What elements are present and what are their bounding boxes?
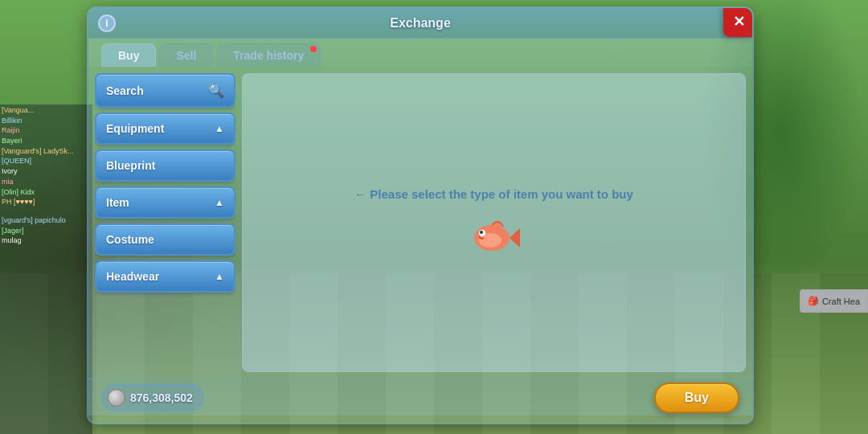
info-button[interactable]: i [98, 14, 116, 32]
tab-buy[interactable]: Buy [101, 43, 156, 67]
search-button[interactable]: Search 🔍 [95, 73, 235, 108]
currency-amount: 876,308,502 [130, 391, 193, 404]
chat-line: [Olin] Kidx [2, 188, 91, 198]
tab-sell[interactable]: Sell [159, 43, 213, 67]
category-item[interactable]: Item ▲ [95, 186, 235, 219]
chat-line: [Jager] [2, 227, 91, 236]
tab-trade-history[interactable]: Trade history [216, 43, 321, 67]
chevron-up-icon: ▲ [215, 197, 224, 208]
dialog-body: Search 🔍 Equipment ▲ Blueprint Item ▲ Co… [88, 67, 752, 379]
chat-area: [Vangua... Billikin Raijin Bayeri [Vangu… [0, 104, 92, 434]
fish-mascot [468, 214, 520, 258]
chat-line: [vguard's] papichulo [2, 216, 91, 226]
chat-line: mulag [2, 236, 91, 246]
coin-icon [108, 389, 125, 407]
exchange-dialog: i Exchange ✕ Buy Sell Trade history Sear… [87, 6, 754, 424]
category-blueprint[interactable]: Blueprint [95, 149, 235, 182]
craft-button[interactable]: 🎒 Craft Hea [800, 289, 868, 313]
chat-line: mia [2, 178, 91, 187]
currency-display: 876,308,502 [101, 384, 204, 411]
chevron-up-icon: ▲ [215, 123, 224, 134]
chat-line: Raijin [2, 126, 91, 136]
category-headwear[interactable]: Headwear ▲ [95, 260, 235, 293]
notification-dot [310, 46, 317, 52]
chat-line: PH [♥♥♥♥] [2, 198, 91, 207]
chat-line: [Vangua... [2, 106, 91, 116]
buy-button[interactable]: Buy [654, 383, 739, 413]
close-button[interactable]: ✕ [723, 6, 754, 37]
dialog-header: i Exchange ✕ [88, 8, 752, 39]
search-icon: 🔍 [208, 83, 224, 98]
dialog-footer: 876,308,502 Buy [88, 379, 752, 416]
craft-label: Craft Hea [822, 297, 860, 306]
category-costume[interactable]: Costume [95, 223, 235, 256]
category-equipment[interactable]: Equipment ▲ [95, 113, 235, 145]
craft-icon: 🎒 [808, 296, 819, 306]
chevron-up-icon: ▲ [215, 271, 224, 282]
chat-line: [Vanguard's] LadySk... [2, 147, 91, 157]
svg-point-3 [480, 231, 483, 234]
dialog-title: Exchange [390, 16, 451, 31]
tab-bar: Buy Sell Trade history [88, 39, 752, 67]
chat-line: Billikin [2, 117, 91, 126]
chat-line: [QUEEN] [2, 157, 91, 166]
item-content-area: ← Please select the type of item you wan… [242, 73, 746, 372]
categories-sidebar: Search 🔍 Equipment ▲ Blueprint Item ▲ Co… [95, 73, 235, 372]
chat-line: Ivory [2, 167, 91, 177]
chat-line: Bayeri [2, 137, 91, 146]
placeholder-message: ← Please select the type of item you wan… [354, 187, 633, 201]
